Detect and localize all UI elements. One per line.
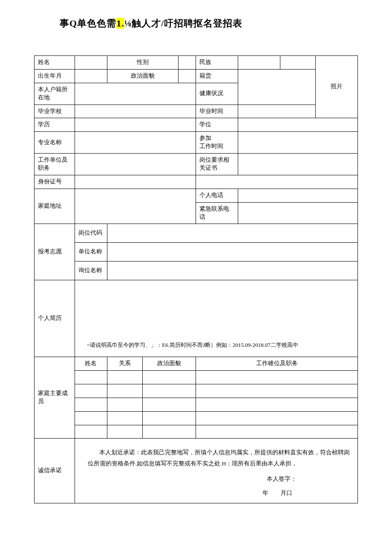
field-major[interactable] [75, 132, 196, 154]
field-phone[interactable] [238, 189, 358, 202]
page-title: 事Q单色色需1.⅛触人才/吁招聘抠名登招表 [60, 17, 358, 30]
label-addr: 家庭地址 [35, 189, 75, 224]
field-degree[interactable] [238, 118, 358, 132]
label-huo: 籍货 [196, 69, 238, 83]
fam-header-name: 姓名 [75, 357, 107, 371]
field-huo[interactable] [238, 69, 316, 105]
field-resume[interactable]: <请说明高巾至今的学习、」：E6.简历时间不而J断）例如：2015.09-201… [75, 280, 357, 357]
field-gender[interactable] [178, 56, 196, 70]
fam-pol-3[interactable] [143, 398, 196, 411]
field-unit-name[interactable] [107, 243, 357, 262]
field-idno[interactable] [75, 175, 196, 189]
label-name: 姓名 [35, 56, 75, 70]
label-ethnic: 民族 [196, 56, 238, 70]
fam-rel-1[interactable] [107, 371, 142, 384]
field-politic[interactable] [178, 69, 196, 83]
label-health: 健康状况 [196, 83, 238, 105]
table-row [35, 411, 358, 425]
table-row [35, 384, 358, 398]
field-idno-extra[interactable] [196, 175, 358, 189]
label-unit-name: 单位名称 [75, 243, 107, 262]
label-birth: 出生年月 [35, 69, 75, 83]
label-gender: 性别 [107, 56, 178, 70]
field-name[interactable] [75, 56, 107, 70]
label-apply: 报考志愿 [35, 224, 75, 280]
label-emerg: 紧急联系电话 [196, 202, 238, 224]
label-pledge: 诚信承诺 [35, 439, 75, 503]
fam-work-3[interactable] [196, 398, 358, 411]
fam-name-1[interactable] [75, 371, 107, 384]
fam-name-2[interactable] [75, 384, 107, 398]
field-grad-school[interactable] [75, 105, 196, 118]
field-blank-a[interactable] [280, 56, 315, 70]
label-phone: 个人电话 [196, 189, 238, 202]
fam-work-2[interactable] [196, 384, 358, 398]
field-hukou[interactable] [75, 83, 196, 105]
pledge-text: 本人划近承诺：此表我己完整地写，所填个人信息均属实，所提供的材料直实有效，符合桢… [88, 447, 353, 469]
fam-rel-4[interactable] [107, 411, 142, 425]
pledge-cell: 本人划近承诺：此表我己完整地写，所填个人信息均属实，所提供的材料直实有效，符合桢… [75, 439, 357, 503]
label-cert: 岗位要求相关证书 [196, 154, 238, 175]
label-post-name: 询位名称 [75, 262, 107, 280]
label-major: 专业名称 [35, 132, 75, 154]
fam-pol-1[interactable] [143, 371, 196, 384]
fam-header-work: 工作碓位及职务 [196, 357, 358, 371]
field-birth[interactable] [75, 69, 107, 83]
table-row [35, 425, 358, 439]
photo-cell[interactable]: 照片 [316, 56, 358, 118]
signature-label: 本人签字： [88, 474, 353, 485]
label-politic: 政治面貌 [107, 69, 178, 83]
field-edu[interactable] [75, 118, 196, 132]
fam-name-3[interactable] [75, 398, 107, 411]
fam-header-rel: 关系 [107, 357, 142, 371]
fam-pol-4[interactable] [143, 411, 196, 425]
field-grad-time[interactable] [238, 105, 316, 118]
field-post-code[interactable] [107, 224, 357, 243]
fam-work-1[interactable] [196, 371, 358, 384]
fam-rel-5[interactable] [107, 425, 142, 439]
table-row [35, 398, 358, 411]
fam-rel-2[interactable] [107, 384, 142, 398]
fam-work-5[interactable] [196, 425, 358, 439]
field-cert[interactable] [238, 154, 358, 175]
label-grad-school: 毕业学校 [35, 105, 75, 118]
field-addr[interactable] [75, 189, 196, 224]
label-work-start: 参加 工作时间 [196, 132, 238, 154]
fam-header-pol: 政治面貌 [143, 357, 196, 371]
date-label: 年 月口 [88, 488, 353, 499]
field-emerg[interactable] [238, 202, 358, 224]
label-edu: 学历 [35, 118, 75, 132]
label-hukou: 本人户籍所在地 [35, 83, 75, 105]
field-ethnic[interactable] [238, 56, 280, 70]
label-degree: 学位 [196, 118, 238, 132]
fam-rel-3[interactable] [107, 398, 142, 411]
fam-pol-5[interactable] [143, 425, 196, 439]
label-grad-time: 毕业时间 [196, 105, 238, 118]
label-family: 家庭主要成员 [35, 357, 75, 439]
field-work-start[interactable] [238, 132, 358, 154]
fam-pol-2[interactable] [143, 384, 196, 398]
table-row [35, 371, 358, 384]
field-work-unit[interactable] [75, 154, 196, 175]
fam-name-4[interactable] [75, 411, 107, 425]
fam-work-4[interactable] [196, 411, 358, 425]
label-resume: 个人简历 [35, 280, 75, 357]
label-work-unit: 工作单位及职务 [35, 154, 75, 175]
field-post-name[interactable] [107, 262, 357, 280]
label-post-code: 岗位代码 [75, 224, 107, 243]
registration-form: 姓名 性别 民族 照片 出生年月 政治面貌 籍货 本人户籍所在地 健康状况 毕业… [34, 55, 358, 503]
fam-name-5[interactable] [75, 425, 107, 439]
label-idno: 身份证号 [35, 175, 75, 189]
